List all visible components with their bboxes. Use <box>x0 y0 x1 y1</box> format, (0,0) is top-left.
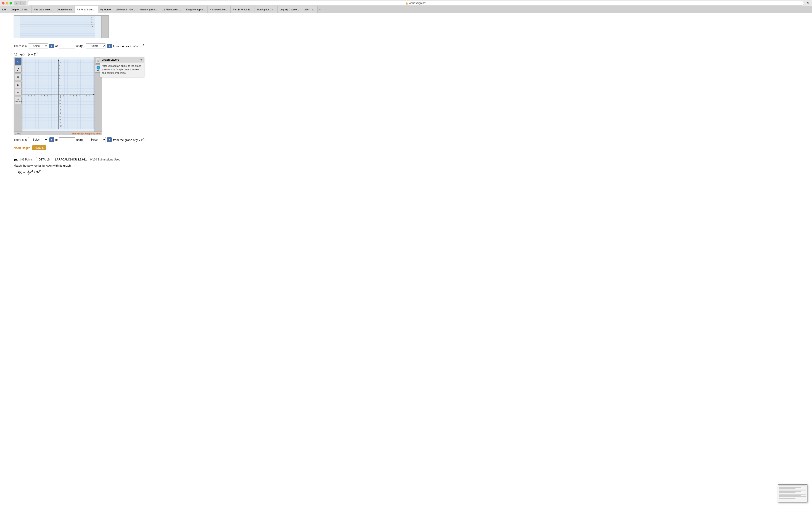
lower-units-input[interactable] <box>59 137 75 142</box>
svg-text:-7: -7 <box>59 116 61 117</box>
question-19-header: 19. [-/1 Points] DETAILS LARPCALC10CR 2.… <box>14 157 798 162</box>
svg-text:-10: -10 <box>91 25 94 27</box>
tab-chapter17[interactable]: Chapter 17 Ma... <box>8 6 32 13</box>
upper-arrow1[interactable]: ▼ <box>49 44 54 48</box>
forward-button[interactable]: › <box>20 1 26 5</box>
read-it-button[interactable]: Read It <box>32 145 46 150</box>
upper-arrow2[interactable]: ▼ <box>107 44 112 48</box>
tab-170over7[interactable]: 170 over 7 - Go... <box>113 6 138 13</box>
tab-partb[interactable]: Part B Which E... <box>231 6 254 13</box>
nav-buttons: ‹ › <box>14 1 26 5</box>
tab-homework[interactable]: Homework Hel... <box>208 6 231 13</box>
upper-equation-row: There is a ---Select--- ▼ of unit(s) ---… <box>14 42 798 50</box>
svg-text:-2: -2 <box>50 95 51 97</box>
url-text: webassign.net <box>409 2 426 5</box>
tab-table[interactable]: The table belo... <box>32 6 54 13</box>
tab-more-button[interactable]: ... <box>318 6 322 13</box>
upper-of: of <box>55 44 58 48</box>
tab-mastering[interactable]: Mastering Biol... <box>137 6 160 13</box>
svg-text:3: 3 <box>67 95 67 97</box>
curve-tool-button[interactable]: ∪ <box>15 81 21 88</box>
pointer-icon: ↖ <box>17 60 19 63</box>
svg-text:6: 6 <box>59 75 60 76</box>
main-graph-container: ↖ ╱ ○ ∪ • No Solut <box>14 57 102 132</box>
tab-login[interactable]: Log In | Course... <box>277 6 301 13</box>
tab-re-final[interactable]: Re-Final Exam... <box>74 6 98 13</box>
circle-icon: ○ <box>17 75 19 79</box>
question-19-text: Match the polynomial function with its g… <box>14 164 798 167</box>
svg-text:-3: -3 <box>47 95 48 97</box>
lower-arrow2[interactable]: ▼ <box>107 137 112 142</box>
svg-text:9: 9 <box>59 65 60 66</box>
lock-icon: 🔒 <box>405 2 408 5</box>
curve-icon: ∪ <box>17 82 19 87</box>
no-solution-line1: No <box>17 98 19 100</box>
svg-text:-6: -6 <box>59 112 61 114</box>
svg-text:3: 3 <box>59 84 60 86</box>
main-graph-svg: -10 -9 -8 -7 -6 -5 -4 -3 -2 -1 1 2 3 4 <box>22 57 95 131</box>
svg-text:-7: -7 <box>91 19 92 21</box>
address-bar[interactable]: 🔒 webassign.net <box>28 1 804 6</box>
minimize-window-button[interactable] <box>6 2 8 5</box>
upper-from-graph: from the graph of y = x2. <box>113 44 145 48</box>
line-icon: ╱ <box>17 67 19 71</box>
lower-select1[interactable]: ---Select--- <box>28 137 48 142</box>
graph-layers-popup: Graph Layers « After you add an object t… <box>100 57 144 77</box>
point-icon: • <box>17 90 18 95</box>
tab-276[interactable]: (276) - d... <box>301 6 318 13</box>
svg-text:-9: -9 <box>59 122 61 124</box>
tab-drag[interactable]: Drag the appro... <box>184 6 208 13</box>
svg-text:4: 4 <box>70 95 71 97</box>
question-19-area: 19. [-/1 Points] DETAILS LARPCALC10CR 2.… <box>0 154 812 178</box>
question-19-submissions: 0/100 Submissions Used <box>90 158 120 161</box>
circle-tool-button[interactable]: ○ <box>15 73 21 80</box>
point-tool-button[interactable]: • <box>15 89 21 96</box>
upper-graph-svg: -6 -7 -8 -9 -10 <box>14 16 101 38</box>
svg-text:9: 9 <box>86 95 87 97</box>
main-graph-canvas[interactable]: -10 -9 -8 -7 -6 -5 -4 -3 -2 -1 1 2 3 4 <box>22 57 95 131</box>
main-help-icon: ? <box>15 132 16 135</box>
upper-graph-canvas: -6 -7 -8 -9 -10 <box>14 16 101 38</box>
tab-flashcards[interactable]: 11 Flashcards -... <box>160 6 184 13</box>
graph-layers-close-button[interactable]: « <box>140 58 142 61</box>
svg-text:-4: -4 <box>44 95 45 97</box>
svg-text:10: 10 <box>89 95 90 97</box>
svg-text:-1: -1 <box>53 95 55 97</box>
question-19-points: [-/1 Points] <box>20 158 33 161</box>
svg-text:-10: -10 <box>59 125 62 127</box>
svg-text:1: 1 <box>59 91 60 92</box>
upper-select1[interactable]: ---Select--- <box>28 44 48 48</box>
graph-layers-description: After you add an object to the graph you… <box>102 64 142 75</box>
lower-select2[interactable]: ---Select--- <box>86 137 106 142</box>
close-window-button[interactable] <box>2 2 5 5</box>
reload-button[interactable]: ↻ <box>806 1 810 5</box>
svg-text:2: 2 <box>59 88 60 89</box>
lower-arrow1[interactable]: ▼ <box>49 137 54 142</box>
svg-text:-2: -2 <box>59 99 61 101</box>
svg-text:7: 7 <box>59 71 60 73</box>
upper-select2[interactable]: ---Select--- <box>86 44 106 48</box>
svg-text:-6: -6 <box>37 95 39 97</box>
graph-layers-title: Graph Layers <box>102 58 119 61</box>
maximize-window-button[interactable] <box>9 2 12 5</box>
no-solution-button[interactable]: No Solution <box>15 97 21 104</box>
graph-toolbar: ↖ ╱ ○ ∪ • No Solut <box>14 57 22 131</box>
title-bar: ‹ › 🔒 webassign.net ↻ <box>0 0 812 6</box>
tab-signup[interactable]: Sign Up for Ch... <box>254 6 277 13</box>
svg-text:-4: -4 <box>59 106 61 108</box>
back-button[interactable]: ‹ <box>14 1 19 5</box>
svg-text:5: 5 <box>59 78 60 79</box>
svg-text:-6: -6 <box>91 17 93 19</box>
pointer-tool-button[interactable]: ↖ <box>15 58 21 65</box>
question-19-formula: f(x) = − 1 2 x4 + 3x2 <box>18 169 798 176</box>
tab-my-home[interactable]: My Home <box>98 6 113 13</box>
lower-of: of <box>55 138 58 142</box>
main-graph-area: ↖ ╱ ○ ∪ • No Solut <box>14 57 798 132</box>
line-tool-button[interactable]: ╱ <box>15 66 21 73</box>
question-19-id: LARPCALC10CR 2.2.011. <box>55 158 88 161</box>
main-help-link[interactable]: ? Help <box>15 132 21 135</box>
upper-units-input[interactable] <box>59 44 75 48</box>
tab-du[interactable]: DU <box>0 6 8 13</box>
details-button[interactable]: DETAILS <box>36 157 52 162</box>
tab-course-home[interactable]: Course Home <box>54 6 74 13</box>
